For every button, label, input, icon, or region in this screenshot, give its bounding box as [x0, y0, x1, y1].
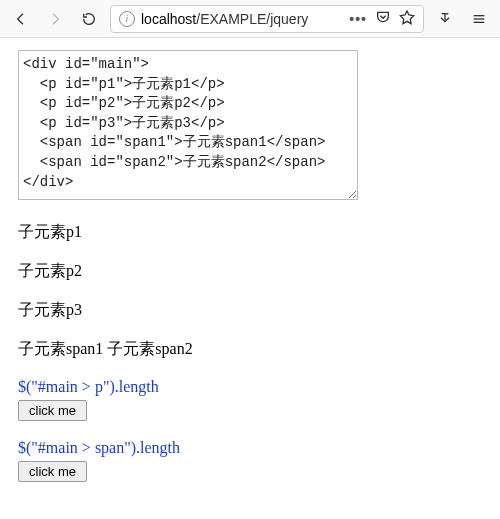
- rendered-span2: 子元素span2: [107, 340, 192, 357]
- hamburger-menu-icon[interactable]: [466, 6, 492, 32]
- rendered-p3: 子元素p3: [18, 300, 482, 321]
- overflow-icon[interactable]: [432, 6, 458, 32]
- reload-button[interactable]: [76, 6, 102, 32]
- pocket-icon[interactable]: [375, 9, 391, 28]
- address-bar[interactable]: i localhost/EXAMPLE/jquery •••: [110, 5, 424, 33]
- rendered-p1: 子元素p1: [18, 222, 482, 243]
- page-content: 子元素p1 子元素p2 子元素p3 子元素span1 子元素span2 $("#…: [0, 38, 500, 502]
- back-button[interactable]: [8, 6, 34, 32]
- rendered-p2: 子元素p2: [18, 261, 482, 282]
- bookmark-star-icon[interactable]: [399, 9, 415, 28]
- selector-label-p: $("#main > p").length: [18, 378, 482, 396]
- svg-marker-0: [400, 11, 413, 24]
- page-actions-icon[interactable]: •••: [349, 11, 367, 27]
- browser-toolbar: i localhost/EXAMPLE/jquery •••: [0, 0, 500, 38]
- click-me-button-span[interactable]: click me: [18, 461, 87, 482]
- url-text: localhost/EXAMPLE/jquery: [141, 11, 343, 27]
- rendered-spans: 子元素span1 子元素span2: [18, 339, 482, 360]
- code-textarea[interactable]: [18, 50, 358, 200]
- forward-button[interactable]: [42, 6, 68, 32]
- selector-label-span: $("#main > span").length: [18, 439, 482, 457]
- click-me-button-p[interactable]: click me: [18, 400, 87, 421]
- site-info-icon[interactable]: i: [119, 11, 135, 27]
- rendered-span1: 子元素span1: [18, 340, 103, 357]
